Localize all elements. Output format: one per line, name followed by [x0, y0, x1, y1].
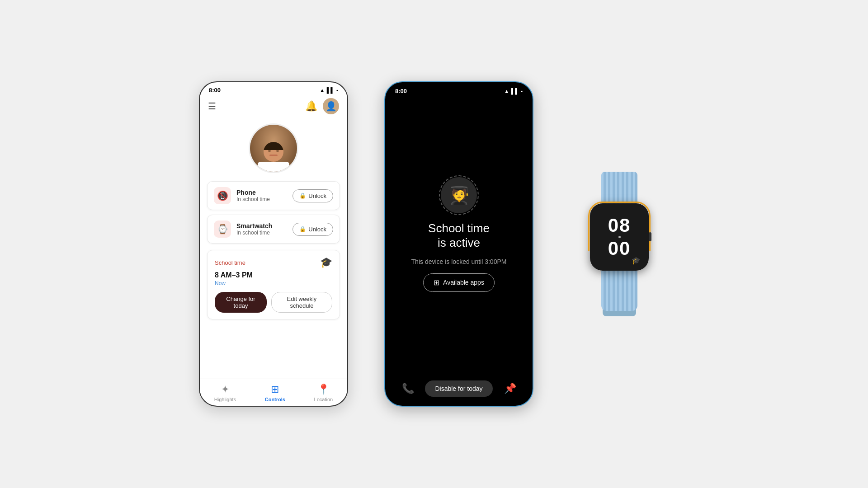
available-apps-button[interactable]: ⊞ Available apps [423, 273, 495, 292]
watch-body: 08 00 🎓 [590, 203, 649, 271]
phone-device-card: 📵 Phone In school time 🔒 Unlock [207, 181, 340, 210]
school-figure-icon: 🧑‍🎓 [448, 185, 470, 205]
smartwatch-device-name: Smartwatch [236, 222, 287, 230]
school-time-actions: Change for today Edit weekly schedule [215, 292, 332, 313]
watch-side-button[interactable] [649, 232, 651, 241]
phone2-status-bar: 8:00 ▲ ▌▌ ▪ [385, 82, 533, 96]
highlights-icon: ✦ [221, 384, 229, 395]
school-active-icon: 🧑‍🎓 [441, 177, 477, 213]
disable-today-button[interactable]: Disable for today [425, 380, 492, 397]
watch-icon: ⌚ [217, 224, 228, 235]
parent-phone: 8:00 ▲ ▌▌ ▪ ☰ 🔔 👤 [199, 81, 348, 407]
phone2-main-content: 🧑‍🎓 School time is active This device is… [385, 96, 533, 373]
settings-pin-icon[interactable]: 📌 [500, 379, 520, 399]
change-today-button[interactable]: Change for today [215, 292, 267, 313]
phone-call-icon[interactable]: 📞 [398, 379, 418, 399]
edit-weekly-schedule-button[interactable]: Edit weekly schedule [271, 292, 332, 313]
smartwatch-device-icon: ⌚ [214, 221, 231, 238]
nav-controls[interactable]: ⊞ Controls [265, 384, 285, 402]
school-time-icon: 🎓 [320, 257, 332, 268]
school-time-card: School time 🎓 8 AM–3 PM Now Change for t… [207, 250, 340, 319]
phone1-time: 8:00 [209, 87, 221, 94]
battery-icon: ▪ [336, 87, 338, 94]
phone1-status-bar: 8:00 ▲ ▌▌ ▪ [200, 82, 347, 95]
child-phone: 8:00 ▲ ▌▌ ▪ 🧑‍🎓 School time is active Th… [384, 81, 533, 407]
user-avatar[interactable]: 👤 [323, 98, 339, 114]
phone-device-status: In school time [236, 196, 287, 202]
menu-icon[interactable]: ☰ [208, 101, 216, 112]
watch-band-top [601, 172, 637, 203]
phone1-header: ☰ 🔔 👤 [200, 95, 347, 119]
smartwatch-device-info: Smartwatch In school time [236, 222, 287, 236]
school-time-range: 8 AM–3 PM [215, 271, 332, 279]
phone2-signal-icon: ▌▌ [511, 88, 519, 94]
phone-unlock-button[interactable]: 🔒 Unlock [292, 189, 333, 202]
lock-icon-2: 🔒 [299, 226, 306, 232]
grid-icon: ⊞ [434, 278, 439, 287]
lock-icon: 🔒 [299, 192, 306, 199]
highlights-label: Highlights [214, 397, 236, 402]
header-right: 🔔 👤 [305, 98, 339, 114]
watch-school-badge: 🎓 [632, 256, 641, 265]
phone-device-info: Phone In school time [236, 189, 287, 202]
devices-list: 📵 Phone In school time 🔒 Unlock ⌚ Smartw… [200, 181, 347, 244]
nav-location[interactable]: 📍 Location [314, 384, 333, 402]
location-icon: 📍 [317, 384, 330, 395]
school-active-subtitle: This device is locked until 3:00PM [411, 258, 507, 265]
phone1-status-icons: ▲ ▌▌ ▪ [320, 87, 338, 94]
child-avatar[interactable] [249, 123, 298, 173]
phone1-bottom-nav: ✦ Highlights ⊞ Controls 📍 Location [200, 379, 347, 406]
school-time-now: Now [215, 280, 332, 286]
phone2-wifi-icon: ▲ [504, 88, 509, 94]
controls-icon: ⊞ [271, 384, 279, 395]
controls-label: Controls [265, 397, 285, 402]
smartwatch: 08 00 🎓 [570, 172, 669, 316]
smartwatch-unlock-button[interactable]: 🔒 Unlock [292, 223, 333, 236]
smartwatch-device-status: In school time [236, 230, 287, 236]
watch-band-bottom [601, 271, 637, 311]
phone-device-icon: 📵 [214, 187, 231, 204]
main-scene: 8:00 ▲ ▌▌ ▪ ☰ 🔔 👤 [199, 81, 669, 407]
phone2-time: 8:00 [395, 88, 407, 94]
phone2-battery-icon: ▪ [521, 88, 523, 94]
profile-section [200, 119, 347, 181]
school-time-label: School time [215, 259, 245, 266]
phone-device-name: Phone [236, 189, 287, 196]
nav-highlights[interactable]: ✦ Highlights [214, 384, 236, 402]
watch-ring [588, 202, 651, 272]
signal-icon: ▌▌ [327, 87, 335, 94]
bell-icon[interactable]: 🔔 [305, 100, 317, 112]
school-active-title: School time is active [428, 221, 490, 249]
phone2-status-icons: ▲ ▌▌ ▪ [504, 88, 523, 94]
location-label: Location [314, 397, 333, 402]
smartwatch-device-card: ⌚ Smartwatch In school time 🔒 Unlock [207, 215, 340, 244]
wifi-icon: ▲ [320, 87, 325, 94]
phone2-bottom-nav: 📞 Disable for today 📌 [385, 373, 533, 406]
phone-icon: 📵 [217, 190, 228, 201]
school-time-header: School time 🎓 [215, 257, 332, 268]
